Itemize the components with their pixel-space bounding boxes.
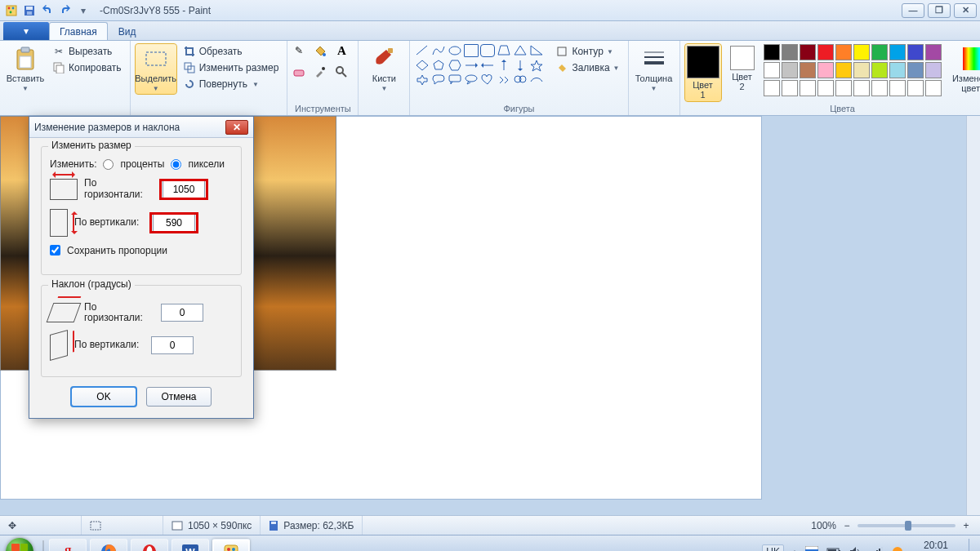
show-desktop-button[interactable]	[969, 539, 975, 552]
wifi-icon[interactable]	[871, 546, 884, 552]
redo-button[interactable]	[57, 2, 74, 19]
palette-row2[interactable]	[764, 62, 942, 78]
color-swatch[interactable]	[800, 62, 816, 78]
color-swatch[interactable]	[907, 62, 924, 78]
clock[interactable]: 20:01 16.10.2016	[911, 540, 960, 551]
tab-strip: ▾ Главная Вид	[0, 21, 980, 41]
color-swatch[interactable]	[853, 62, 870, 78]
color-swatch[interactable]	[871, 44, 888, 60]
skew-h-label: По горизонтали:	[84, 302, 154, 325]
size-button[interactable]: Толщина ▼	[634, 44, 675, 94]
tray-up-icon[interactable]: ▴	[792, 546, 797, 552]
palette-row3[interactable]	[764, 80, 942, 96]
minimize-button[interactable]: —	[902, 3, 924, 18]
color-swatch-empty[interactable]	[817, 80, 834, 96]
volume-icon[interactable]	[849, 546, 862, 552]
color-swatch[interactable]	[817, 62, 834, 78]
color-swatch-empty[interactable]	[925, 80, 942, 96]
zoom-tool[interactable]	[335, 65, 348, 78]
brushes-button[interactable]: Кисти ▼	[363, 44, 404, 94]
file-menu-button[interactable]: ▾	[3, 22, 49, 40]
color-swatch[interactable]	[800, 44, 816, 60]
cut-button[interactable]: ✂Вырезать	[49, 44, 125, 59]
color-swatch[interactable]	[782, 44, 798, 60]
dialog-title: Изменение размеров и наклона	[34, 122, 180, 133]
crop-button[interactable]: Обрезать	[180, 44, 283, 59]
crop-icon	[183, 45, 196, 58]
select-button[interactable]: Выделить ▼	[136, 44, 176, 94]
tab-main[interactable]: Главная	[49, 22, 108, 40]
task-yandex[interactable]: Я	[49, 539, 87, 552]
color-swatch-empty[interactable]	[764, 80, 780, 96]
tab-view[interactable]: Вид	[108, 22, 147, 40]
color-swatch[interactable]	[782, 62, 798, 78]
color-swatch[interactable]	[764, 62, 780, 78]
skew-h-input[interactable]	[161, 304, 203, 322]
copy-button[interactable]: Копировать	[49, 60, 125, 75]
edit-colors-button[interactable]: Изменение цветов	[951, 44, 980, 95]
color-swatch[interactable]	[835, 44, 852, 60]
color2-button[interactable]: Цвет 2	[724, 44, 760, 93]
keep-ratio-checkbox[interactable]	[50, 245, 60, 256]
color-swatch[interactable]	[853, 44, 870, 60]
resize-button[interactable]: Изменить размер	[180, 60, 283, 75]
task-paint[interactable]	[212, 539, 250, 552]
maximize-button[interactable]: ❐	[928, 3, 951, 18]
ok-button[interactable]: OK	[71, 387, 136, 407]
vert-input[interactable]	[153, 214, 195, 232]
save-button[interactable]	[21, 2, 38, 19]
outline-button[interactable]: Контур▼	[552, 44, 622, 59]
cancel-button[interactable]: Отмена	[146, 387, 212, 407]
color-swatch[interactable]	[871, 62, 888, 78]
color-swatch-empty[interactable]	[907, 80, 924, 96]
zoom-out-button[interactable]: −	[841, 520, 853, 531]
battery-icon[interactable]	[826, 547, 841, 552]
color-swatch[interactable]	[907, 44, 924, 60]
horiz-input[interactable]	[163, 180, 205, 198]
color-swatch[interactable]	[925, 44, 942, 60]
dialog-close-button[interactable]: ✕	[225, 120, 248, 135]
color-swatch[interactable]	[764, 44, 780, 60]
flag-icon[interactable]	[805, 546, 818, 552]
color-swatch[interactable]	[835, 62, 852, 78]
skew-v-input[interactable]	[151, 336, 194, 354]
paste-button[interactable]: Вставить ▼	[5, 44, 46, 94]
color-swatch-empty[interactable]	[853, 80, 870, 96]
color-swatch[interactable]	[925, 62, 942, 78]
task-word[interactable]: W	[172, 539, 209, 552]
picker-tool[interactable]	[314, 65, 327, 78]
color-swatch[interactable]	[889, 62, 906, 78]
color-swatch[interactable]	[889, 44, 906, 60]
svg-line-20	[416, 46, 427, 55]
color-swatch-empty[interactable]	[835, 80, 852, 96]
eraser-tool[interactable]	[292, 65, 305, 78]
color-swatch-empty[interactable]	[889, 80, 906, 96]
radio-pixels[interactable]	[171, 159, 181, 170]
color-swatch-empty[interactable]	[800, 80, 816, 96]
color1-button[interactable]: Цвет 1	[685, 44, 721, 101]
dialog-titlebar[interactable]: Изменение размеров и наклона ✕	[29, 117, 253, 138]
action-icon[interactable]	[892, 546, 903, 552]
task-firefox[interactable]	[90, 539, 127, 552]
task-opera[interactable]	[131, 539, 168, 552]
zoom-in-button[interactable]: +	[960, 520, 972, 531]
color-swatch-empty[interactable]	[782, 80, 798, 96]
undo-button[interactable]	[39, 2, 56, 19]
fill-button[interactable]: Заливка▼	[552, 60, 622, 75]
rotate-button[interactable]: Повернуть▼	[180, 77, 283, 91]
fill-tool[interactable]	[314, 44, 327, 57]
language-indicator[interactable]: UK	[762, 544, 784, 552]
qat-customize[interactable]: ▾	[75, 2, 91, 19]
color-swatch-empty[interactable]	[871, 80, 888, 96]
zoom-slider[interactable]	[858, 524, 956, 527]
shapes-gallery[interactable]	[415, 44, 544, 87]
pencil-tool[interactable]: ✎	[292, 44, 305, 57]
start-button[interactable]	[0, 535, 39, 552]
scrollbar-vertical[interactable]	[966, 116, 980, 515]
radio-percent[interactable]	[103, 159, 114, 170]
close-button[interactable]: ✕	[954, 3, 977, 18]
svg-point-1	[8, 7, 11, 9]
palette-row1[interactable]	[764, 44, 942, 60]
color-swatch[interactable]	[817, 44, 834, 60]
text-tool[interactable]: A	[335, 44, 348, 57]
